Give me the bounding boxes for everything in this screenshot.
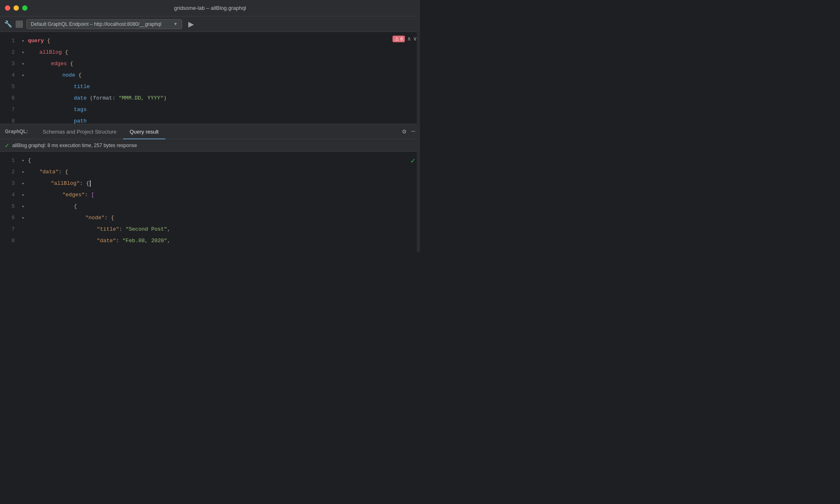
result-code-line: { xyxy=(26,201,420,212)
result-scrollbar[interactable] xyxy=(417,0,420,252)
status-bar: ✓ allBlog.graphql: 8 ms execution time, … xyxy=(0,139,420,152)
minimize-panel-icon[interactable]: — xyxy=(411,128,415,135)
result-code-line: "title": "Second Post", xyxy=(26,224,420,235)
tab-schemas[interactable]: Schemas and Project Structure xyxy=(36,124,123,139)
status-check-icon: ✓ xyxy=(5,141,9,150)
config-icon[interactable] xyxy=(16,20,23,28)
result-code-line: "date": "Feb.08, 2020", xyxy=(26,235,420,247)
code-line: date (format: "MMM.DD, YYYY") xyxy=(26,93,420,104)
wrench-icon[interactable]: 🔧 xyxy=(4,20,12,28)
editor-line-numbers: 1 2 3 4 5 6 7 8 9 xyxy=(0,32,20,124)
tab-query-result[interactable]: Query result xyxy=(123,124,165,139)
endpoint-selector[interactable]: Default GraphQL Endpoint – http://localh… xyxy=(26,19,182,29)
code-line: path xyxy=(26,116,420,124)
code-line: query { xyxy=(26,35,420,47)
result-code-line: "allBlog": { xyxy=(26,178,420,189)
result-fold-gutter: ▾ ▾ ▾ ▾ ▾ ▾ xyxy=(20,152,26,252)
window-title: gridsome-lab – allBlog.graphql xyxy=(174,5,246,11)
tab-bar-actions: ⚙ — xyxy=(402,127,415,136)
error-prev-button[interactable]: ∧ xyxy=(407,35,411,42)
toolbar: 🔧 Default GraphQL Endpoint – http://loca… xyxy=(0,16,420,32)
code-line: tags xyxy=(26,104,420,116)
endpoint-label: Default GraphQL Endpoint – http://localh… xyxy=(31,21,170,27)
maximize-button[interactable] xyxy=(22,5,27,11)
error-controls: ⚠ 8 ∧ ∨ xyxy=(393,35,417,42)
result-area: 1 2 3 4 5 6 7 8 ▾ ▾ ▾ ▾ ▾ ▾ { "data": { … xyxy=(0,152,420,252)
tab-bar: GraphQL: Schemas and Project Structure Q… xyxy=(0,124,420,139)
title-bar: gridsome-lab – allBlog.graphql xyxy=(0,0,420,16)
fold-gutter: ▾ ▾ ▾ ▾ xyxy=(20,32,26,124)
error-count: 8 xyxy=(400,36,403,41)
minimize-button[interactable] xyxy=(14,5,19,11)
close-button[interactable] xyxy=(5,5,10,11)
code-line: title xyxy=(26,81,420,93)
code-line: node { xyxy=(26,70,420,81)
editor-code[interactable]: query { allBlog { edges { node { title xyxy=(26,32,420,124)
result-code-line: "data": { xyxy=(26,166,420,178)
result-line-numbers: 1 2 3 4 5 6 7 8 xyxy=(0,152,20,252)
error-next-button[interactable]: ∨ xyxy=(413,35,417,42)
settings-icon[interactable]: ⚙ xyxy=(402,127,406,136)
result-code[interactable]: { "data": { "allBlog": { "edges": [ { "n… xyxy=(26,152,420,252)
chevron-down-icon: ▼ xyxy=(173,22,178,26)
graphql-label: GraphQL: xyxy=(5,129,28,134)
status-message: allBlog.graphql: 8 ms execution time, 25… xyxy=(12,143,137,148)
result-code-line: "edges": [ xyxy=(26,189,420,201)
result-check-icon: ✓ xyxy=(411,155,415,168)
editor-area: 1 2 3 4 5 6 7 8 9 ▾ ▾ ▾ ▾ query { xyxy=(0,32,420,124)
traffic-lights xyxy=(5,5,27,11)
code-line: edges { xyxy=(26,58,420,70)
result-code-line: "node": { xyxy=(26,212,420,224)
run-button[interactable]: ▶ xyxy=(185,18,197,30)
result-code-line: { xyxy=(26,155,420,166)
error-badge: ⚠ 8 xyxy=(393,36,405,42)
code-line: allBlog { xyxy=(26,47,420,58)
